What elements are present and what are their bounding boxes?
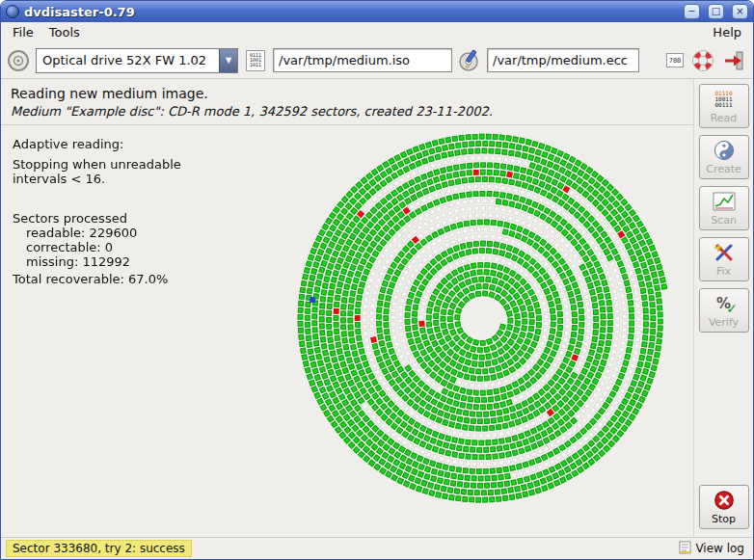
verify-icon: % ✓ — [716, 293, 731, 314]
minimize-button[interactable]: − — [684, 4, 700, 19]
drive-select[interactable]: Optical drive 52X FW 1.02 ▼ — [36, 48, 238, 73]
view-log-button[interactable]: View log — [679, 541, 748, 557]
log-icon — [679, 541, 691, 557]
stop-icon — [713, 490, 736, 511]
window-title: dvdisaster-0.79 — [24, 5, 676, 19]
drive-icon[interactable] — [7, 49, 30, 72]
menu-tools[interactable]: Tools — [41, 24, 88, 40]
adaptive-reading-line1: Stopping when unreadable — [13, 157, 181, 172]
sectors-correctable: correctable: 0 — [13, 240, 181, 254]
status-heading-line1: Reading new medium image. — [11, 85, 684, 103]
reading-stats: Adaptive reading: Stopping when unreadab… — [13, 137, 181, 286]
app-icon[interactable] — [6, 5, 19, 18]
status-bar: Sector 333680, try 2: success View log — [1, 537, 753, 559]
ecc-file-icon — [458, 49, 481, 72]
create-button[interactable]: Create — [699, 135, 749, 179]
menu-bar: File Tools Help — [1, 22, 753, 42]
create-icon — [714, 140, 735, 161]
title-bar[interactable]: dvdisaster-0.79 − □ × — [1, 1, 753, 22]
drive-select-value: Optical drive 52X FW 1.02 — [37, 49, 219, 72]
read-button[interactable]: 01110 10011 00111 Read — [699, 84, 749, 128]
reading-panel: Adaptive reading: Stopping when unreadab… — [1, 125, 693, 537]
action-sidebar: 01110 10011 00111 Read Create — [693, 79, 753, 537]
total-recoverable: Total recoverable: 67.0% — [13, 272, 181, 286]
help-lifebuoy-icon[interactable] — [691, 49, 714, 72]
image-file-icon: 0111 1001 1011 — [244, 49, 267, 72]
read-icon: 01110 10011 00111 — [714, 89, 732, 110]
scan-icon — [713, 191, 736, 212]
fix-icon — [714, 242, 735, 263]
toolbar: Optical drive 52X FW 1.02 ▼ 0111 1001 10… — [1, 42, 753, 79]
menu-help[interactable]: Help — [705, 24, 749, 40]
stop-button[interactable]: Stop — [699, 485, 749, 529]
sectors-processed-title: Sectors processed — [13, 211, 181, 226]
adaptive-reading-title: Adaptive reading: — [13, 137, 181, 151]
maximize-button[interactable]: □ — [708, 4, 724, 19]
adaptive-reading-line2: intervals < 16. — [13, 172, 181, 186]
close-button[interactable]: × — [732, 4, 748, 19]
quit-icon[interactable] — [722, 49, 745, 72]
sectors-readable: readable: 229600 — [13, 226, 181, 240]
app-window: dvdisaster-0.79 − □ × File Tools Help Op… — [0, 0, 754, 560]
status-heading-line2: Medium "Example disc": CD-R mode 1, 3425… — [11, 103, 684, 120]
view-log-label: View log — [695, 542, 744, 555]
image-file-input[interactable] — [273, 48, 452, 72]
status-heading: Reading new medium image. Medium "Exampl… — [1, 79, 693, 125]
preferences-icon[interactable]: 780 — [666, 53, 684, 67]
verify-button[interactable]: % ✓ Verify — [699, 288, 749, 333]
scan-button[interactable]: Scan — [699, 186, 749, 230]
menu-file[interactable]: File — [5, 24, 41, 40]
chevron-down-icon[interactable]: ▼ — [219, 49, 237, 72]
ecc-file-input[interactable] — [487, 48, 639, 72]
status-message: Sector 333680, try 2: success — [6, 540, 192, 557]
fix-button[interactable]: Fix — [699, 237, 749, 281]
sectors-missing: missing: 112992 — [13, 254, 181, 269]
